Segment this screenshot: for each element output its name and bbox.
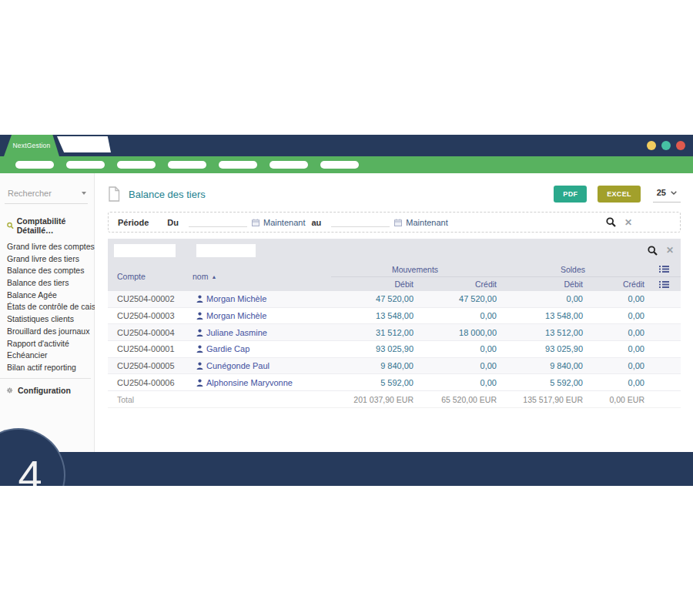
sidebar-menu: Comptabilité Détaillé… Grand livre des c… bbox=[0, 216, 94, 371]
sidebar-item-configuration[interactable]: Configuration bbox=[0, 386, 94, 395]
calendar-icon[interactable] bbox=[252, 219, 259, 226]
sidebar-item[interactable]: États de contrôle de caisse bbox=[7, 303, 94, 311]
compte-filter-input[interactable] bbox=[114, 244, 176, 257]
table-row[interactable]: CU2504-00001 Gardie Cap 93 025,90 0,00 9… bbox=[108, 341, 681, 358]
row-soldes-debit: 9 840,00 bbox=[499, 361, 585, 370]
nav-pill[interactable] bbox=[320, 161, 359, 169]
row-mouvements-credit: 0,00 bbox=[416, 344, 499, 353]
table-row[interactable]: CU2504-00002 Morgan Michèle 47 520,00 47… bbox=[108, 291, 681, 308]
nav-pill[interactable] bbox=[66, 161, 105, 169]
column-settings-button[interactable] bbox=[647, 262, 681, 277]
row-nom-link[interactable]: Morgan Michèle bbox=[192, 294, 331, 303]
chevron-down-icon bbox=[671, 191, 677, 195]
table-total-row: Total 201 037,90 EUR 65 520,00 EUR 135 5… bbox=[108, 391, 681, 408]
column-header-mouvements-credit[interactable]: Crédit bbox=[416, 277, 499, 291]
sidebar-item[interactable]: Balance des comptes bbox=[7, 266, 94, 275]
row-mouvements-debit: 9 840,00 bbox=[331, 361, 416, 370]
sidebar-item[interactable]: Balance Agée bbox=[7, 291, 94, 300]
period-from-now-link[interactable]: Maintenant bbox=[263, 218, 305, 227]
nav-pill[interactable] bbox=[15, 161, 54, 169]
excel-export-button[interactable]: EXCEL bbox=[598, 186, 641, 203]
nav-pill[interactable] bbox=[168, 161, 206, 169]
person-icon bbox=[196, 329, 203, 336]
main-content: Balance des tiers PDF EXCEL 25 Période D… bbox=[95, 173, 693, 452]
row-nom-link[interactable]: Alphonsine Maryvonne bbox=[192, 378, 331, 387]
search-icon[interactable] bbox=[606, 217, 616, 227]
period-to-now-link[interactable]: Maintenant bbox=[406, 218, 447, 227]
page-canvas: NextGestion Rechercher Comptabi bbox=[0, 0, 693, 616]
table-row[interactable]: CU2504-00004 Juliane Jasmine 31 512,00 1… bbox=[108, 324, 681, 341]
total-label: Total bbox=[108, 395, 192, 404]
sidebar-section-header[interactable]: Comptabilité Détaillé… bbox=[7, 216, 94, 235]
period-to-input[interactable] bbox=[331, 217, 390, 227]
sidebar-item[interactable]: Grand livre des comptes bbox=[7, 243, 94, 251]
sidebar-item[interactable]: Balance des tiers bbox=[7, 279, 94, 287]
traffic-dots bbox=[647, 135, 685, 156]
row-nom-label: Morgan Michèle bbox=[206, 294, 266, 303]
period-from-input[interactable] bbox=[189, 217, 247, 227]
brand-tab[interactable]: NextGestion bbox=[4, 135, 59, 156]
table-header: ✕ Compte nom ▲ Mouvements Soldes bbox=[108, 239, 681, 291]
column-header-grid: Compte nom ▲ Mouvements Soldes bbox=[108, 262, 681, 291]
sidebar-section-label: Comptabilité Détaillé… bbox=[17, 216, 94, 235]
row-mouvements-debit: 47 520,00 bbox=[331, 294, 416, 303]
row-mouvements-credit: 0,00 bbox=[416, 361, 499, 370]
pdf-export-button[interactable]: PDF bbox=[554, 186, 587, 203]
sidebar-item[interactable]: Bilan actif reporting bbox=[7, 363, 94, 372]
group-header-mouvements: Mouvements bbox=[331, 262, 499, 277]
footer-bar bbox=[0, 452, 693, 486]
nom-filter-input[interactable] bbox=[196, 244, 256, 257]
total-mouvements-debit: 201 037,90 EUR bbox=[331, 395, 416, 404]
sidebar-item[interactable]: Brouillard des journaux bbox=[7, 327, 94, 336]
sidebar-items: Grand livre des comptesGrand livre des t… bbox=[7, 243, 94, 371]
column-header-soldes-debit[interactable]: Débit bbox=[499, 277, 585, 291]
window-dot bbox=[661, 141, 671, 150]
row-soldes-credit: 0,00 bbox=[585, 328, 647, 337]
table-row[interactable]: CU2504-00003 Morgan Michèle 13 548,00 0,… bbox=[108, 308, 681, 325]
sidebar-item[interactable]: Grand livre des tiers bbox=[7, 255, 94, 263]
column-header-mouvements-debit[interactable]: Débit bbox=[331, 277, 416, 291]
row-nom-link[interactable]: Cunégonde Paul bbox=[192, 361, 331, 370]
table-row[interactable]: CU2504-00005 Cunégonde Paul 9 840,00 0,0… bbox=[108, 358, 681, 375]
column-header-nom[interactable]: nom ▲ bbox=[192, 272, 331, 281]
nav-pill[interactable] bbox=[117, 161, 156, 169]
clear-filter-icon[interactable]: ✕ bbox=[666, 245, 674, 256]
column-settings-button[interactable] bbox=[647, 277, 681, 291]
nav-pill[interactable] bbox=[219, 161, 257, 169]
balance-table: ✕ Compte nom ▲ Mouvements Soldes bbox=[108, 239, 681, 408]
row-nom-label: Morgan Michèle bbox=[206, 311, 266, 320]
configuration-label: Configuration bbox=[18, 386, 71, 395]
app-window: NextGestion Rechercher Comptabi bbox=[0, 135, 693, 486]
sidebar-item[interactable]: Rapport d'activité bbox=[7, 340, 94, 348]
calendar-icon[interactable] bbox=[394, 219, 402, 226]
row-soldes-credit: 0,00 bbox=[585, 294, 647, 303]
row-nom-label: Alphonsine Maryvonne bbox=[206, 378, 293, 387]
sidebar-item[interactable]: Statistiques clients bbox=[7, 315, 94, 323]
row-soldes-credit: 0,00 bbox=[585, 311, 647, 320]
row-nom-link[interactable]: Morgan Michèle bbox=[192, 311, 331, 320]
nav-pill[interactable] bbox=[270, 161, 308, 169]
row-nom-label: Cunégonde Paul bbox=[206, 361, 270, 370]
clear-filter-icon[interactable]: ✕ bbox=[624, 217, 632, 228]
sidebar-search-select[interactable]: Rechercher bbox=[5, 187, 88, 204]
row-nom-link[interactable]: Gardie Cap bbox=[192, 344, 331, 353]
search-icon[interactable] bbox=[648, 246, 658, 256]
table-row[interactable]: CU2504-00006 Alphonsine Maryvonne 5 592,… bbox=[108, 374, 681, 391]
row-nom-link[interactable]: Juliane Jasmine bbox=[192, 328, 331, 337]
group-header-soldes: Soldes bbox=[499, 262, 647, 277]
column-header-soldes-credit[interactable]: Crédit bbox=[585, 277, 647, 291]
decorative-slant bbox=[57, 136, 111, 152]
row-soldes-debit: 5 592,00 bbox=[499, 378, 585, 387]
row-compte: CU2504-00001 bbox=[108, 344, 192, 353]
sidebar-item[interactable]: Echéancier bbox=[7, 351, 94, 360]
page-title: Balance des tiers bbox=[129, 189, 206, 200]
step-number: 4 bbox=[18, 450, 42, 487]
total-mouvements-credit: 65 520,00 EUR bbox=[416, 395, 499, 404]
row-compte: CU2504-00006 bbox=[108, 378, 192, 387]
sidebar: Rechercher Comptabilité Détaillé… Grand … bbox=[0, 173, 95, 452]
column-header-compte[interactable]: Compte bbox=[108, 272, 192, 281]
page-size-value: 25 bbox=[657, 188, 666, 197]
search-icon bbox=[7, 222, 14, 229]
row-mouvements-credit: 0,00 bbox=[416, 378, 499, 387]
page-size-dropdown[interactable]: 25 bbox=[653, 186, 681, 203]
